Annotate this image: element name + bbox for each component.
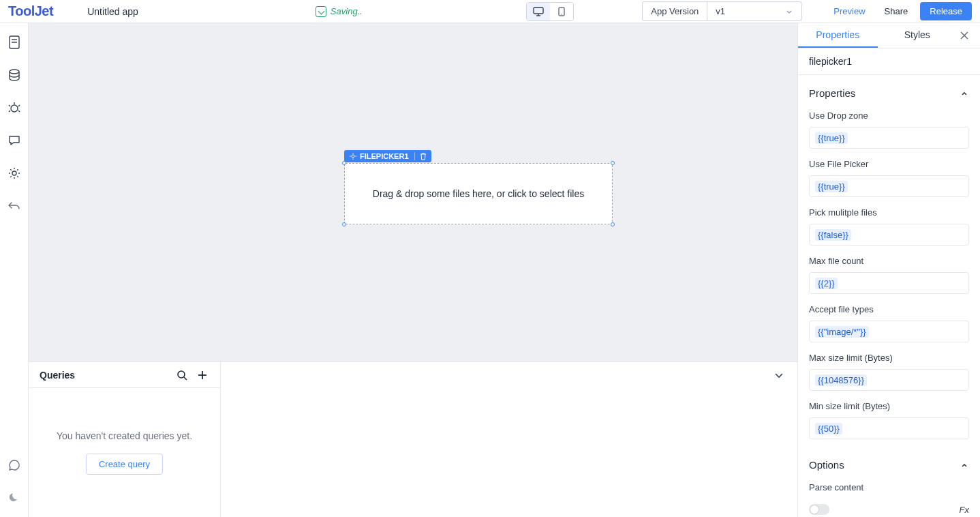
app-name[interactable]: Untitled app — [87, 6, 138, 17]
gear-icon[interactable] — [7, 166, 21, 180]
center-area: FILEPICKER1 Drag & drop some files here,… — [29, 23, 797, 517]
svg-point-4 — [561, 14, 562, 15]
fx-value: {{"image/*"}} — [815, 326, 869, 338]
badge-label: FILEPICKER1 — [360, 152, 409, 160]
mobile-toggle[interactable] — [550, 3, 573, 20]
fx-value: {{50}} — [815, 423, 842, 434]
svg-point-17 — [178, 371, 185, 378]
add-query-button[interactable] — [196, 368, 209, 382]
collapse-queries-button[interactable] — [773, 369, 785, 381]
chevron-down-icon — [773, 369, 785, 381]
accept-file-types-input[interactable]: {{"image/*"}} — [809, 321, 969, 342]
dark-mode-icon[interactable] — [7, 491, 21, 505]
mobile-icon — [558, 7, 565, 16]
resize-handle[interactable] — [342, 222, 346, 226]
chevron-up-icon — [960, 89, 969, 98]
component-name-input[interactable] — [809, 56, 969, 67]
field-label: Use File Picker — [809, 159, 969, 169]
delete-component-button[interactable] — [415, 153, 431, 160]
queries-empty-state: You haven't created queries yet. Create … — [29, 388, 220, 517]
version-switcher: App Version v1 — [642, 1, 802, 21]
share-button[interactable]: Share — [878, 2, 915, 20]
version-value: v1 — [716, 6, 725, 16]
save-icon — [316, 6, 326, 17]
svg-line-13 — [9, 110, 10, 112]
fx-button[interactable]: Fx — [960, 505, 969, 515]
parse-content-row: Fx — [809, 504, 969, 515]
svg-line-18 — [184, 377, 187, 380]
svg-point-15 — [12, 171, 16, 175]
svg-line-12 — [18, 105, 20, 106]
max-size-input[interactable]: {{1048576}} — [809, 369, 969, 391]
queries-empty-text: You haven't created queries yet. — [57, 430, 192, 441]
filepicker-component[interactable]: Drag & drop some files here, or click to… — [344, 163, 613, 224]
component-name-row — [798, 48, 980, 75]
fx-value: {{true}} — [815, 132, 848, 144]
use-file-picker-input[interactable]: {{true}} — [809, 175, 969, 197]
svg-point-16 — [352, 155, 354, 158]
chevron-up-icon — [960, 460, 969, 470]
search-queries-button[interactable] — [175, 368, 189, 382]
section-header-options[interactable]: Options — [809, 455, 969, 472]
debug-icon[interactable] — [7, 101, 21, 115]
page-icon[interactable] — [7, 35, 21, 49]
inspector-panel: Properties Styles Properties Use Drop zo… — [797, 23, 980, 517]
queries-sidebar: Queries You haven't created queries yet.… — [29, 362, 221, 517]
undo-icon[interactable] — [7, 199, 21, 213]
svg-point-9 — [11, 105, 18, 112]
search-icon — [177, 370, 187, 381]
create-query-button[interactable]: Create query — [86, 454, 163, 475]
inspector-tabs: Properties Styles — [798, 23, 980, 48]
fx-value: {{true}} — [815, 181, 848, 192]
desktop-icon — [533, 7, 544, 16]
filepicker-text: Drag & drop some files here, or click to… — [373, 188, 584, 199]
svg-line-11 — [9, 105, 10, 106]
queries-editor — [221, 362, 797, 517]
release-button[interactable]: Release — [920, 2, 972, 20]
desktop-toggle[interactable] — [527, 3, 550, 20]
queries-header: Queries — [29, 362, 220, 388]
logo[interactable]: ToolJet — [8, 3, 53, 19]
save-text: Saving.. — [331, 6, 363, 16]
field-label: Use Drop zone — [809, 110, 969, 121]
resize-handle[interactable] — [342, 161, 346, 165]
top-actions: Preview Share Release — [827, 2, 972, 20]
fx-value: {{false}} — [815, 229, 851, 241]
main: FILEPICKER1 Drag & drop some files here,… — [0, 23, 980, 517]
section-title: Properties — [809, 87, 855, 99]
canvas[interactable]: FILEPICKER1 Drag & drop some files here,… — [29, 23, 797, 361]
save-status: Saving.. — [316, 6, 363, 17]
close-icon — [960, 31, 969, 40]
max-file-count-input[interactable]: {{2}} — [809, 272, 969, 294]
fx-value: {{1048576}} — [815, 374, 867, 386]
properties-body: Properties Use Drop zone {{true}} Use Fi… — [798, 75, 980, 517]
device-toggle — [526, 2, 574, 21]
trash-icon — [420, 153, 427, 160]
field-label: Min size limit (Bytes) — [809, 401, 969, 411]
field-label: Parse content — [809, 482, 969, 492]
svg-line-14 — [18, 110, 20, 112]
parse-content-toggle[interactable] — [809, 504, 829, 515]
field-label: Pick mulitple files — [809, 207, 969, 218]
tab-styles[interactable]: Styles — [878, 23, 958, 48]
version-select[interactable]: v1 — [707, 1, 802, 21]
section-header-properties[interactable]: Properties — [809, 83, 969, 100]
gear-icon — [350, 153, 356, 160]
pick-multiple-input[interactable]: {{false}} — [809, 224, 969, 246]
queries-title: Queries — [40, 370, 168, 381]
fx-value: {{2}} — [815, 278, 838, 289]
field-label: Accept file types — [809, 304, 969, 314]
comment-icon[interactable] — [7, 134, 21, 147]
field-label: Max size limit (Bytes) — [809, 353, 969, 363]
tab-properties[interactable]: Properties — [798, 23, 878, 48]
min-size-input[interactable]: {{50}} — [809, 417, 969, 439]
chat-icon[interactable] — [7, 458, 21, 472]
resize-handle[interactable] — [611, 161, 615, 165]
use-drop-zone-input[interactable]: {{true}} — [809, 127, 969, 149]
preview-button[interactable]: Preview — [827, 2, 872, 20]
resize-handle[interactable] — [611, 222, 615, 226]
svg-point-8 — [10, 70, 19, 74]
database-icon[interactable] — [7, 68, 21, 82]
close-inspector-button[interactable] — [957, 28, 972, 43]
app-version-label: App Version — [642, 1, 707, 21]
